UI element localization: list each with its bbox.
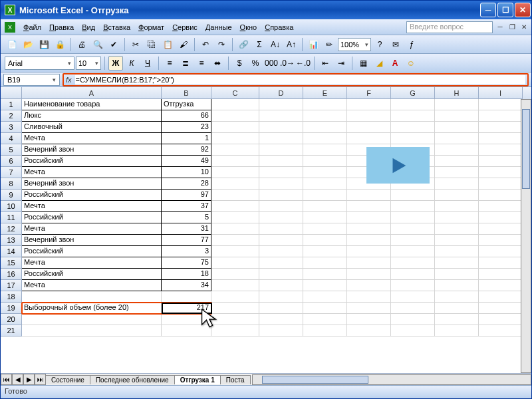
zoom-select[interactable]: 100%: [338, 38, 371, 51]
cell[interactable]: [391, 325, 435, 336]
cell[interactable]: 28: [162, 178, 211, 190]
cell[interactable]: Мечта: [22, 257, 162, 269]
cell[interactable]: [479, 99, 523, 110]
cell[interactable]: [347, 110, 391, 122]
cell[interactable]: [347, 235, 391, 246]
cell[interactable]: [303, 325, 347, 336]
cell[interactable]: [303, 269, 347, 280]
cell[interactable]: [303, 167, 347, 178]
col-header-C[interactable]: C: [211, 87, 259, 99]
cell[interactable]: [435, 235, 479, 246]
cell[interactable]: [391, 291, 435, 303]
cell[interactable]: [259, 167, 303, 178]
cell[interactable]: [479, 144, 523, 156]
cell[interactable]: [259, 291, 303, 303]
new-icon[interactable]: 📄: [5, 37, 19, 52]
cell[interactable]: Выборочный объем (более 20): [22, 303, 162, 314]
cell[interactable]: [391, 314, 435, 325]
size-select[interactable]: 10: [76, 57, 101, 70]
cell[interactable]: [435, 325, 479, 336]
cell[interactable]: [22, 291, 162, 303]
cell[interactable]: [391, 133, 435, 144]
cell[interactable]: [479, 314, 523, 325]
menu-файл[interactable]: Файл: [19, 21, 45, 33]
cell[interactable]: [259, 223, 303, 235]
menu-окно[interactable]: Окно: [236, 21, 261, 33]
percent-icon[interactable]: %: [248, 56, 263, 70]
italic-button[interactable]: К: [124, 56, 139, 70]
align-left-icon[interactable]: ≡: [162, 56, 177, 70]
cell[interactable]: [435, 201, 479, 212]
sort-desc-icon[interactable]: A↑: [284, 37, 299, 52]
menu-сервис[interactable]: Сервис: [168, 21, 201, 33]
chart-icon[interactable]: 📊: [306, 37, 321, 52]
cell[interactable]: [479, 235, 523, 246]
name-box[interactable]: B19: [3, 74, 60, 86]
cell[interactable]: [347, 133, 391, 144]
row-header[interactable]: 2: [1, 110, 22, 122]
cell[interactable]: [259, 178, 303, 190]
cell[interactable]: [211, 212, 259, 223]
row-header[interactable]: 4: [1, 133, 22, 144]
cell[interactable]: [479, 190, 523, 201]
cell[interactable]: [391, 223, 435, 235]
cell[interactable]: Мечта: [22, 167, 162, 178]
cell[interactable]: [435, 257, 479, 269]
cell[interactable]: [303, 178, 347, 190]
cell[interactable]: [259, 257, 303, 269]
cell[interactable]: Вечерний звон: [22, 144, 162, 156]
cell[interactable]: [211, 156, 259, 167]
cell[interactable]: 34: [162, 280, 211, 291]
cell[interactable]: 97: [162, 190, 211, 201]
cell[interactable]: [391, 246, 435, 257]
cell[interactable]: [435, 223, 479, 235]
row-header[interactable]: 6: [1, 156, 22, 167]
cell[interactable]: [303, 314, 347, 325]
tab-first-button[interactable]: ⏮: [1, 374, 12, 385]
cell[interactable]: [211, 190, 259, 201]
cell[interactable]: [303, 201, 347, 212]
cell[interactable]: [347, 269, 391, 280]
cell[interactable]: [347, 280, 391, 291]
row-header[interactable]: 16: [1, 269, 22, 280]
cell[interactable]: Мечта: [22, 133, 162, 144]
cell[interactable]: [347, 190, 391, 201]
cell[interactable]: [211, 314, 259, 325]
spellcheck-icon[interactable]: ✔: [106, 37, 121, 52]
cell[interactable]: [211, 144, 259, 156]
inc-indent-icon[interactable]: ⇥: [334, 56, 348, 70]
cell[interactable]: [259, 156, 303, 167]
font-color-icon[interactable]: A: [388, 56, 402, 70]
cell[interactable]: [303, 190, 347, 201]
cell[interactable]: [391, 201, 435, 212]
row-header[interactable]: 13: [1, 235, 22, 246]
doc-close-button[interactable]: ✕: [519, 23, 529, 32]
cell[interactable]: [479, 223, 523, 235]
cut-icon[interactable]: ✂: [128, 37, 143, 52]
cell[interactable]: [259, 246, 303, 257]
inc-decimal-icon[interactable]: .0→: [280, 56, 295, 70]
drawing-icon[interactable]: ✏: [322, 37, 336, 52]
cell[interactable]: [479, 110, 523, 122]
cell[interactable]: [391, 280, 435, 291]
cell[interactable]: [435, 269, 479, 280]
cell[interactable]: [479, 201, 523, 212]
cell[interactable]: [435, 156, 479, 167]
cell[interactable]: 23: [162, 122, 211, 133]
row-header[interactable]: 21: [1, 325, 22, 336]
row-header[interactable]: 10: [1, 201, 22, 212]
maximize-button[interactable]: ☐: [497, 3, 513, 17]
cell[interactable]: [259, 99, 303, 110]
play-button-overlay[interactable]: [366, 147, 430, 184]
doc-restore-button[interactable]: ❐: [507, 23, 517, 32]
cell[interactable]: [259, 280, 303, 291]
cell[interactable]: Российский: [22, 212, 162, 223]
cell[interactable]: [259, 133, 303, 144]
cell[interactable]: [391, 99, 435, 110]
row-header[interactable]: 1: [1, 99, 22, 110]
cell[interactable]: [303, 257, 347, 269]
link-icon[interactable]: 🔗: [236, 37, 251, 52]
cell[interactable]: [479, 122, 523, 133]
cell[interactable]: [479, 133, 523, 144]
cell[interactable]: [479, 156, 523, 167]
